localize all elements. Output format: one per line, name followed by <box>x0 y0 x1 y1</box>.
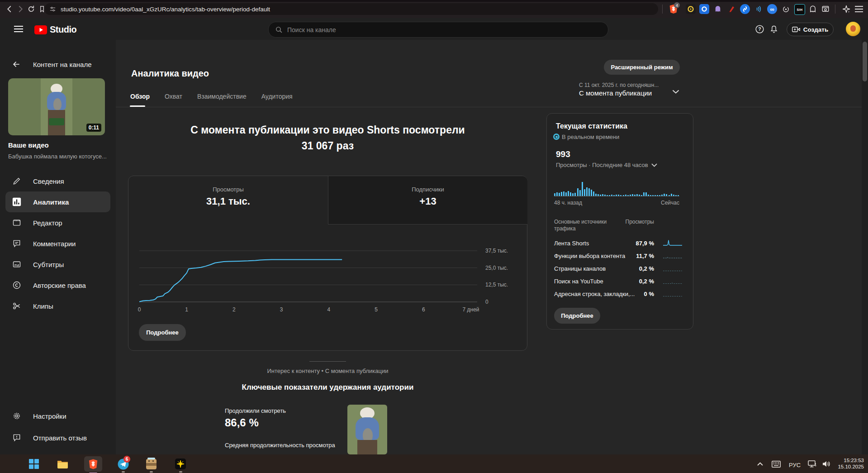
brave-taskbar-icon[interactable] <box>87 458 99 470</box>
brave-shield-icon[interactable]: 4 <box>669 4 678 14</box>
studio-menu-icon[interactable] <box>13 23 24 35</box>
scrollbar-thumb[interactable] <box>863 42 867 81</box>
metric-tab-subscribers[interactable]: Подписчики +13 <box>328 176 527 225</box>
shield-badge: 4 <box>674 2 680 8</box>
views-line-chart[interactable] <box>139 245 488 305</box>
realtime-views-caption-row[interactable]: Просмотры · Последние 48 часов <box>556 162 657 168</box>
views-chart-card: Просмотры 31,1 тыс. Подписчики +13 012,5… <box>128 176 527 351</box>
gear-icon <box>12 411 22 421</box>
channel-search-bar[interactable]: Поиск на канале <box>268 22 608 38</box>
live-indicator-icon <box>553 134 560 140</box>
help-icon[interactable]: ? <box>754 23 765 35</box>
metric-tab-views[interactable]: Просмотры 31,1 тыс. <box>128 176 328 225</box>
views-headline: С момента публикации это видео Shorts по… <box>128 122 527 154</box>
starburst-app-icon[interactable] <box>175 458 186 470</box>
sidebar-item-feedback[interactable]: Отправить отзыв <box>0 427 116 448</box>
sidebar-item-clips[interactable]: Клипы <box>0 296 116 316</box>
extension-yellow-icon[interactable] <box>686 4 696 14</box>
extension-red-pen-icon[interactable] <box>726 4 736 14</box>
period-selector[interactable]: С момента публикации <box>579 89 652 97</box>
traffic-row-youtube-search[interactable]: Поиск на YouTube 0,2 % <box>554 275 682 287</box>
traffic-row-shorts-feed[interactable]: Лента Shorts 87,9 % <box>554 237 682 249</box>
extension-circular-icon[interactable] <box>781 4 791 14</box>
sidebar: Контент на канале 0:11 Ваше видео Бабушк… <box>0 40 116 454</box>
tray-chevron-up-icon[interactable] <box>754 458 766 470</box>
advanced-mode-button[interactable]: Расширенный режим <box>604 60 680 75</box>
video-duration-badge: 0:11 <box>86 124 101 132</box>
extension-shazam-icon[interactable] <box>740 4 750 14</box>
chart-details-button[interactable]: Подробнее <box>139 324 186 341</box>
traffic-row-browse[interactable]: Функции выбора контента 11,7 % <box>554 249 682 262</box>
sidebar-item-comments[interactable]: Комментарии <box>0 233 116 254</box>
file-explorer-icon[interactable] <box>57 458 68 470</box>
studio-logo[interactable]: Studio <box>34 24 76 35</box>
extension-ghost-outline-icon[interactable] <box>808 4 818 14</box>
back-icon[interactable] <box>4 3 15 15</box>
volume-icon[interactable] <box>821 458 832 470</box>
realtime-bar <box>574 193 576 196</box>
reload-icon[interactable] <box>25 3 37 15</box>
tray-time: 15:23:53 <box>838 457 864 463</box>
language-indicator[interactable]: РУС <box>789 461 801 469</box>
sidebar-item-subtitles[interactable]: Субтитры <box>0 254 116 275</box>
sidebar-back-title[interactable]: Контент на канале <box>33 61 91 68</box>
browser-toolbar: studio.youtube.com/video/0aal_xGzURc/ana… <box>0 0 868 18</box>
tab-engagement[interactable]: Взаимодействие <box>197 93 247 100</box>
realtime-bar <box>586 187 588 196</box>
box-app-icon[interactable] <box>145 458 157 470</box>
page-scrollbar[interactable] <box>862 18 868 454</box>
headline-line2: 31 067 раз <box>128 138 527 154</box>
notifications-bell-icon[interactable] <box>768 23 780 35</box>
running-indicator <box>150 471 153 473</box>
tab-reach[interactable]: Охват <box>165 93 182 100</box>
realtime-bar-chart[interactable] <box>554 181 679 196</box>
extension-sound-waves-icon[interactable] <box>754 4 764 14</box>
realtime-details-button[interactable]: Подробнее <box>554 308 600 324</box>
sidebar-item-copyright[interactable]: Авторские права <box>0 275 116 296</box>
video-owner-label: Ваше видео <box>8 141 49 149</box>
extension-blue-o-icon[interactable] <box>699 4 709 14</box>
section-title: Ключевые показатели удержания аудитории <box>128 383 527 392</box>
tab-bar-divider <box>116 107 862 107</box>
realtime-bar <box>584 189 585 196</box>
tray-clock[interactable]: 15:23:53 15.10.2025 <box>838 457 864 470</box>
retention-thumbnail[interactable] <box>347 405 387 454</box>
video-thumbnail[interactable]: 0:11 <box>8 78 105 135</box>
url-bar[interactable]: studio.youtube.com/video/0aal_xGzURc/ana… <box>44 3 658 15</box>
period-chevron-down-icon[interactable] <box>672 90 679 94</box>
realtime-bar <box>577 188 579 196</box>
studio-brand: Studio <box>50 24 76 35</box>
extension-infinity-icon[interactable]: ∞ <box>767 4 777 14</box>
create-button[interactable]: Создать <box>787 23 834 36</box>
realtime-bar <box>643 192 645 196</box>
leo-ai-sparkle-icon[interactable] <box>840 3 852 15</box>
extension-ghost-icon[interactable] <box>713 4 723 14</box>
realtime-bar <box>570 192 571 196</box>
tab-overview[interactable]: Обзор <box>130 93 150 100</box>
forward-icon[interactable] <box>14 3 26 15</box>
pencil-icon <box>12 176 22 186</box>
touch-keyboard-icon[interactable] <box>770 458 782 470</box>
sidebar-item-settings[interactable]: Настройки <box>0 406 116 426</box>
search-icon <box>275 26 283 33</box>
sih-label: SIH <box>797 8 802 11</box>
realtime-bar <box>582 182 583 196</box>
back-arrow-icon[interactable] <box>12 60 21 69</box>
extension-window-search-icon[interactable] <box>821 4 830 14</box>
analytics-icon <box>12 197 22 207</box>
network-icon[interactable] <box>806 458 818 470</box>
start-button-icon[interactable] <box>28 458 40 470</box>
browser-menu-icon[interactable] <box>853 3 865 15</box>
extension-sih-icon[interactable]: SIH <box>794 4 805 15</box>
section-caption: Интерес к контенту • С момента публикаци… <box>128 368 527 374</box>
traffic-row-direct[interactable]: Адресная строка, закладки,... 0 % <box>554 287 682 300</box>
traffic-row-channel-pages[interactable]: Страницы каналов 0,2 % <box>554 262 682 275</box>
sidebar-item-details[interactable]: Сведения <box>0 171 116 191</box>
site-settings-icon[interactable] <box>49 6 56 13</box>
telegram-icon[interactable]: 6 <box>117 458 129 470</box>
tab-audience[interactable]: Аудитория <box>261 93 293 100</box>
realtime-baseline <box>554 196 679 196</box>
sidebar-item-editor[interactable]: Редактор <box>0 212 116 233</box>
account-avatar[interactable] <box>846 22 860 36</box>
sidebar-item-analytics[interactable]: Аналитика <box>0 191 116 212</box>
